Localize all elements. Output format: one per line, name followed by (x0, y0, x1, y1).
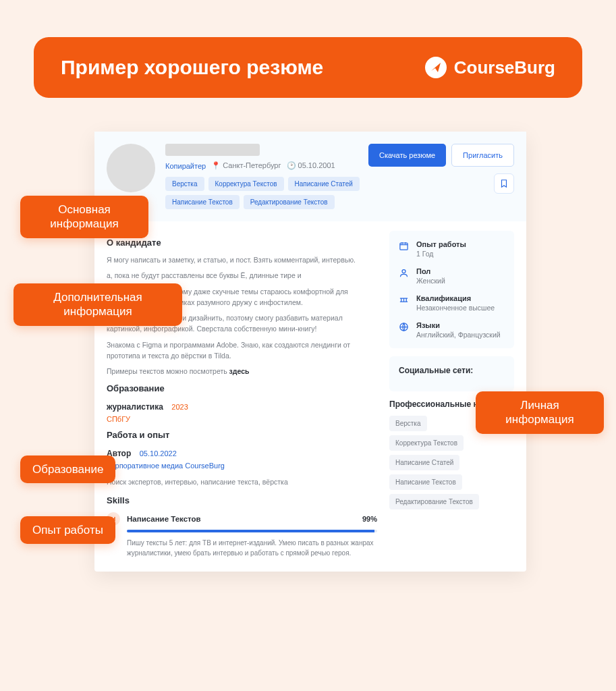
bookmark-icon (499, 179, 509, 188)
annotation-education: Образование (20, 455, 115, 483)
qualification-value: Незаконченное высшее (416, 304, 495, 312)
skill-tag: Написание Текстов (389, 474, 462, 490)
education-heading: Образование (107, 383, 377, 393)
annotation-personal-info: Личная информация (476, 391, 604, 434)
work-desc: Поиск экспертов, интервью, написание тек… (107, 478, 377, 486)
skill-progress-fill (127, 530, 374, 532)
work-heading: Работа и опыт (107, 430, 377, 440)
skills-block: Skills Н Написание Текстов 99% Пишу текс… (107, 495, 377, 558)
education-title: журналистика (107, 402, 163, 412)
skill-progress-bar (127, 530, 377, 532)
name-placeholder (165, 144, 260, 156)
clock-icon: 🕑 (287, 161, 296, 169)
courseburg-logo-icon (424, 56, 447, 79)
title-banner: Пример хорошего резюме CourseBurg (34, 37, 582, 98)
experience-value: 1 Год (416, 250, 466, 258)
social-card: Социальные сети: (389, 356, 514, 391)
education-year: 2023 (171, 403, 188, 411)
examples-link[interactable]: здесь (229, 367, 250, 375)
tag[interactable]: Написание Статей (288, 177, 360, 191)
skill-tag: Редактирование Текстов (389, 494, 479, 509)
profession-link[interactable]: Копирайтер (165, 162, 206, 170)
work-date: 05.10.2022 (140, 449, 177, 458)
skill-tag: Корректура Текстов (389, 435, 464, 451)
annotation-basic-info: Основная информация (20, 196, 148, 238)
work-entry: Автор 05.10.2022 Корпоративное медиа Cou… (107, 447, 377, 486)
languages-value: Английский, Французский (416, 331, 501, 339)
skills-heading: Skills (107, 495, 377, 505)
skill-tag: Верстка (389, 416, 427, 431)
bookmark-button[interactable] (494, 173, 514, 194)
invite-button[interactable]: Пригласить (451, 144, 514, 167)
languages-label: Языки (416, 321, 501, 329)
tag[interactable]: Корректура Текстов (208, 177, 284, 191)
annotation-work: Опыт работы (20, 516, 115, 544)
skill-percent: 99% (362, 515, 377, 523)
location: 📍 Санкт-Петербург (211, 161, 281, 170)
globe-icon (399, 322, 410, 339)
tag[interactable]: Редактирование Текстов (244, 195, 335, 209)
location-icon: 📍 (211, 161, 221, 169)
avatar (107, 144, 155, 192)
gender-value: Женский (416, 277, 445, 285)
education-entry: журналистика 2023 СПбГУ (107, 400, 377, 423)
birthdate: 🕑 05.10.2001 (287, 161, 335, 170)
calendar-icon (399, 241, 410, 258)
tag[interactable]: Написание Текстов (165, 195, 240, 209)
skill-tag: Написание Статей (389, 455, 459, 470)
social-heading: Социальные сети: (399, 366, 505, 375)
personal-info-card: Опыт работы 1 Год Пол Женский (389, 231, 514, 348)
brand-name: CourseBurg (454, 57, 555, 78)
download-resume-button[interactable]: Скачать резюме (368, 144, 446, 167)
gender-label: Пол (416, 267, 445, 275)
skill-desc: Пишу тексты 5 лет: для ТВ и интернет-изд… (127, 538, 377, 558)
work-org: Корпоративное медиа CourseBurg (107, 462, 377, 470)
card-header: Копирайтер 📍 Санкт-Петербург 🕑 05.10.200… (94, 132, 526, 221)
svg-point-2 (402, 270, 405, 273)
person-icon (399, 268, 410, 285)
education-org: СПбГУ (107, 415, 377, 423)
about-heading: О кандидате (107, 238, 377, 248)
experience-label: Опыт работы (416, 240, 466, 248)
meta-row: Копирайтер 📍 Санкт-Петербург 🕑 05.10.200… (165, 161, 362, 170)
tag[interactable]: Верстка (165, 177, 204, 191)
qualification-icon (399, 295, 410, 312)
annotation-additional-info: Дополнительная информация (13, 283, 182, 326)
resume-card: Копирайтер 📍 Санкт-Петербург 🕑 05.10.200… (94, 132, 526, 572)
qualification-label: Квалификация (416, 294, 495, 302)
banner-title: Пример хорошего резюме (61, 56, 323, 79)
skill-name: Написание Текстов (127, 515, 356, 523)
svg-rect-1 (400, 243, 408, 250)
brand: CourseBurg (424, 56, 555, 79)
header-tags: Верстка Корректура Текстов Написание Ста… (165, 177, 362, 209)
